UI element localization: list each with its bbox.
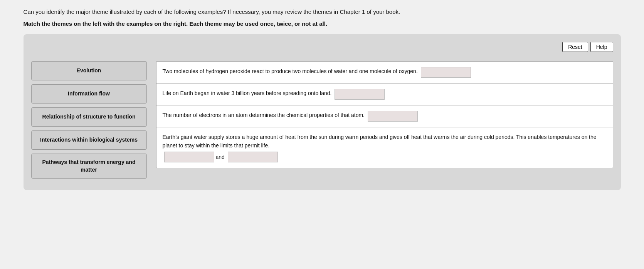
example3-drop[interactable] <box>368 111 418 122</box>
theme-pathways[interactable]: Pathways that transform energy and matte… <box>31 154 147 179</box>
example3-text: The number of electrons in an atom deter… <box>163 111 365 119</box>
intro-line2: Match the themes on the left with the ex… <box>24 20 621 28</box>
examples-column: Two molecules of hydrogen peroxide react… <box>156 61 613 168</box>
main-content: Evolution Information flow Relationship … <box>31 61 613 179</box>
example2-text: Life on Earth began in water 3 billion y… <box>163 89 332 97</box>
example4-drop2[interactable] <box>228 152 278 162</box>
reset-button[interactable]: Reset <box>562 42 588 52</box>
example4-text: Earth’s giant water supply stores a huge… <box>163 133 607 150</box>
theme-evolution[interactable]: Evolution <box>31 61 147 80</box>
example4-drop1[interactable] <box>164 152 214 162</box>
example2-drop[interactable] <box>335 89 385 100</box>
page-container: Can you identify the major theme illustr… <box>24 8 621 190</box>
example4-and-label: and <box>216 153 225 161</box>
example-row-3: The number of electrons in an atom deter… <box>156 105 613 127</box>
activity-box: Reset Help Evolution Information flow Re… <box>24 34 621 190</box>
example-row-1: Two molecules of hydrogen peroxide react… <box>156 62 613 84</box>
example-row-2: Life on Earth began in water 3 billion y… <box>156 84 613 105</box>
theme-information-flow[interactable]: Information flow <box>31 84 147 104</box>
help-button[interactable]: Help <box>590 42 613 52</box>
example1-drop[interactable] <box>421 67 471 78</box>
intro-line1: Can you identify the major theme illustr… <box>24 8 621 17</box>
example1-text: Two molecules of hydrogen peroxide react… <box>163 67 418 75</box>
top-buttons: Reset Help <box>31 42 613 52</box>
example4-drops-line: and <box>163 152 278 162</box>
example-row-4: Earth’s giant water supply stores a huge… <box>156 127 613 168</box>
theme-structure-function[interactable]: Relationship of structure to function <box>31 107 147 127</box>
themes-column: Evolution Information flow Relationship … <box>31 61 147 179</box>
theme-interactions[interactable]: Interactions within biological systems <box>31 130 147 150</box>
